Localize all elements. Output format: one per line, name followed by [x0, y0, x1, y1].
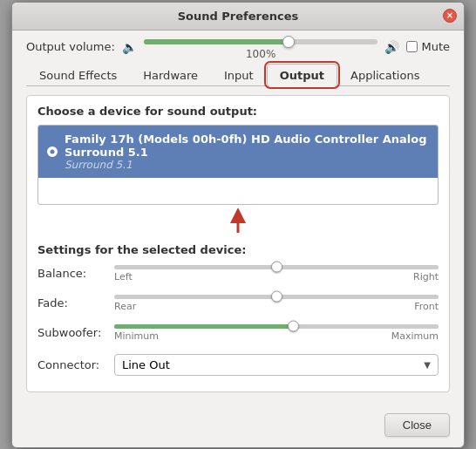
tab-bar: Sound Effects Hardware Input Output Appl…	[26, 64, 450, 86]
subwoofer-slider-wrap: Minimum Maximum	[114, 324, 439, 342]
subwoofer-row: Subwoofer: Minimum Maximum	[37, 324, 439, 342]
balance-left-label: Left	[114, 271, 133, 282]
tab-hardware[interactable]: Hardware	[130, 64, 211, 86]
fade-slider-wrap: Rear Front	[114, 295, 439, 312]
volume-slider-thumb[interactable]	[282, 36, 295, 48]
device-radio	[47, 146, 58, 157]
device-item[interactable]: Family 17h (Models 00h-0fh) HD Audio Con…	[38, 126, 438, 178]
fade-row: Fade: Rear Front	[37, 295, 439, 312]
mute-label: Mute	[421, 40, 450, 53]
subwoofer-slider-fill	[114, 324, 293, 329]
balance-slider-thumb[interactable]	[271, 262, 282, 273]
fade-slider-track[interactable]	[114, 295, 439, 299]
output-volume-label: Output volume:	[26, 40, 115, 53]
volume-slider-wrap: 100%	[144, 39, 378, 55]
device-list: Family 17h (Models 00h-0fh) HD Audio Con…	[37, 125, 439, 205]
red-arrow-indicator	[37, 208, 439, 236]
tab-input[interactable]: Input	[211, 64, 267, 86]
dialog-content: Output volume: 🔈 100% 🔊 Mute Sound Effec…	[12, 31, 464, 406]
device-name: Family 17h (Models 00h-0fh) HD Audio Con…	[65, 133, 429, 159]
title-bar: Sound Preferences ×	[12, 3, 464, 31]
connector-value: Line Out	[122, 358, 170, 371]
device-sub: Surround 5.1	[65, 159, 429, 171]
mute-checkbox[interactable]	[406, 41, 418, 52]
subwoofer-slider-track[interactable]	[114, 324, 439, 329]
tab-applications[interactable]: Applications	[337, 64, 432, 86]
fade-label: Fade:	[37, 296, 107, 310]
volume-low-icon: 🔈	[122, 40, 137, 54]
balance-row: Balance: Left Right	[37, 265, 439, 282]
fade-right-label: Front	[414, 301, 439, 312]
balance-slider-wrap: Left Right	[114, 265, 439, 282]
tab-sound-effects[interactable]: Sound Effects	[26, 64, 130, 86]
dialog-footer: Close	[12, 406, 464, 447]
settings-heading: Settings for the selected device:	[37, 243, 439, 256]
fade-slider-thumb[interactable]	[271, 291, 282, 303]
chevron-down-icon: ▼	[424, 360, 431, 370]
close-button[interactable]: Close	[384, 413, 450, 437]
device-text: Family 17h (Models 00h-0fh) HD Audio Con…	[65, 133, 429, 171]
subwoofer-left-label: Minimum	[114, 330, 159, 342]
output-section: Choose a device for sound output: Family…	[26, 95, 450, 392]
device-list-empty	[38, 178, 438, 204]
subwoofer-label: Subwoofer:	[37, 326, 107, 339]
subwoofer-slider-thumb[interactable]	[288, 321, 299, 332]
balance-label: Balance:	[37, 267, 107, 280]
volume-high-icon: 🔊	[384, 40, 399, 54]
balance-right-label: Right	[413, 271, 439, 282]
fade-left-label: Rear	[114, 301, 136, 312]
device-section-heading: Choose a device for sound output:	[37, 105, 439, 118]
tab-output[interactable]: Output	[267, 64, 337, 86]
arrow-up-icon	[224, 208, 252, 236]
subwoofer-right-label: Maximum	[391, 330, 439, 342]
window-close-button[interactable]: ×	[443, 9, 457, 23]
connector-label: Connector:	[37, 358, 107, 371]
sound-preferences-dialog: Sound Preferences × Output volume: 🔈 100…	[11, 2, 465, 448]
subwoofer-slider-labels: Minimum Maximum	[114, 330, 439, 342]
mute-area: Mute	[406, 40, 450, 53]
connector-row: Connector: Line Out ▼	[37, 354, 439, 376]
volume-slider-fill	[144, 39, 289, 44]
balance-slider-track[interactable]	[114, 265, 439, 269]
output-volume-row: Output volume: 🔈 100% 🔊 Mute	[26, 39, 450, 55]
connector-select[interactable]: Line Out ▼	[114, 354, 439, 376]
volume-slider-track[interactable]	[144, 39, 378, 44]
dialog-title: Sound Preferences	[178, 10, 299, 23]
volume-percent: 100%	[246, 48, 275, 60]
settings-section: Settings for the selected device: Balanc…	[37, 243, 439, 376]
